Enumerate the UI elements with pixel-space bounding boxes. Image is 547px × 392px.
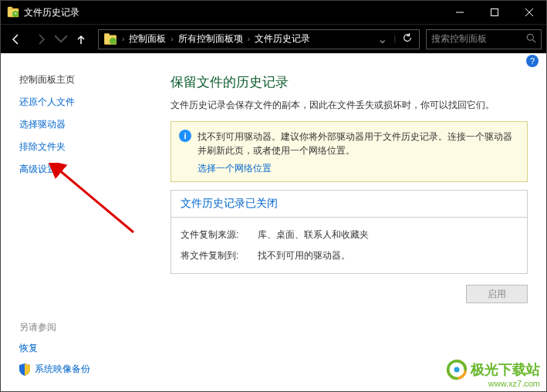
sidebar-title: 控制面板主页: [19, 73, 155, 86]
svg-point-9: [110, 37, 116, 44]
sidebar-link-restore[interactable]: 还原个人文件: [19, 96, 155, 109]
chevron-right-icon: ›: [169, 35, 174, 43]
window-title: 文件历史记录: [24, 6, 442, 19]
sidebar-link-select-drive[interactable]: 选择驱动器: [19, 118, 155, 131]
sidebar-footer-link-recovery[interactable]: 恢复: [19, 342, 38, 355]
help-row: ?: [1, 53, 546, 69]
navbar: › 控制面板 › 所有控制面板项 › 文件历史记录 ⌄ | 搜索控制面板: [1, 24, 546, 53]
close-button[interactable]: [512, 1, 546, 24]
titlebar: 文件历史记录: [1, 1, 546, 24]
up-button[interactable]: [70, 29, 92, 50]
status-box: 文件历史记录已关闭 文件复制来源: 库、桌面、联系人和收藏夹 将文件复制到: 找…: [171, 190, 528, 274]
svg-rect-8: [104, 33, 110, 35]
info-text: 找不到可用驱动器。建议你将外部驱动器用于文件历史记录。连接一个驱动器并刷新此页，…: [198, 130, 519, 157]
folder-icon: [103, 32, 117, 46]
forward-button[interactable]: [30, 29, 52, 50]
status-label: 将文件复制到:: [181, 249, 258, 262]
info-banner: i 找不到可用驱动器。建议你将外部驱动器用于文件历史记录。连接一个驱动器并刷新此…: [171, 121, 528, 182]
chevron-right-icon: ›: [120, 35, 126, 43]
info-link-network-location[interactable]: 选择一个网络位置: [198, 162, 272, 175]
svg-rect-4: [491, 9, 498, 16]
minimize-button[interactable]: [442, 1, 477, 24]
page-heading: 保留文件的历史记录: [171, 73, 528, 91]
svg-point-10: [527, 34, 533, 40]
breadcrumb[interactable]: › 控制面板 › 所有控制面板项 › 文件历史记录 ⌄ |: [98, 29, 420, 49]
chevron-right-icon: ›: [246, 35, 252, 43]
breadcrumb-item[interactable]: 控制面板: [126, 32, 169, 46]
sidebar-footer-title: 另请参阅: [19, 321, 155, 334]
file-history-icon: [7, 6, 19, 19]
back-button[interactable]: [5, 29, 27, 50]
sidebar-link-exclude[interactable]: 排除文件夹: [19, 140, 155, 154]
search-input[interactable]: 搜索控制面板: [426, 29, 542, 49]
maximize-button[interactable]: [477, 1, 512, 24]
search-icon[interactable]: [526, 32, 536, 46]
help-icon[interactable]: ?: [526, 55, 539, 67]
sidebar: 控制面板主页 还原个人文件 选择驱动器 排除文件夹 高级设置 另请参阅 恢复 系…: [1, 69, 155, 391]
sidebar-footer-link-image-backup[interactable]: 系统映像备份: [35, 363, 90, 376]
enable-button[interactable]: 启用: [466, 285, 528, 303]
breadcrumb-dropdown-icon[interactable]: ⌄: [373, 32, 392, 46]
shield-icon: [19, 363, 30, 376]
refresh-button[interactable]: [397, 32, 417, 46]
status-value: 库、桌面、联系人和收藏夹: [258, 228, 518, 242]
status-label: 文件复制来源:: [181, 228, 258, 242]
sidebar-link-advanced[interactable]: 高级设置: [19, 163, 155, 176]
main-content: 保留文件的历史记录 文件历史记录会保存文件的副本，因此在文件丢失或损坏时，你可以…: [155, 69, 546, 391]
status-header: 文件历史记录已关闭: [171, 191, 527, 218]
breadcrumb-item[interactable]: 所有控制面板项: [175, 32, 246, 46]
breadcrumb-item[interactable]: 文件历史记录: [252, 32, 313, 46]
page-description: 文件历史记录会保存文件的副本，因此在文件丢失或损坏时，你可以找回它们。: [171, 99, 528, 112]
status-row: 将文件复制到: 找不到可用的驱动器。: [181, 249, 518, 262]
status-value: 找不到可用的驱动器。: [258, 249, 518, 262]
status-row: 文件复制来源: 库、桌面、联系人和收藏夹: [181, 228, 518, 242]
search-placeholder: 搜索控制面板: [431, 32, 526, 46]
recent-dropdown[interactable]: [55, 29, 67, 50]
svg-line-11: [533, 39, 536, 42]
info-icon: i: [179, 130, 191, 142]
svg-rect-1: [8, 7, 12, 9]
